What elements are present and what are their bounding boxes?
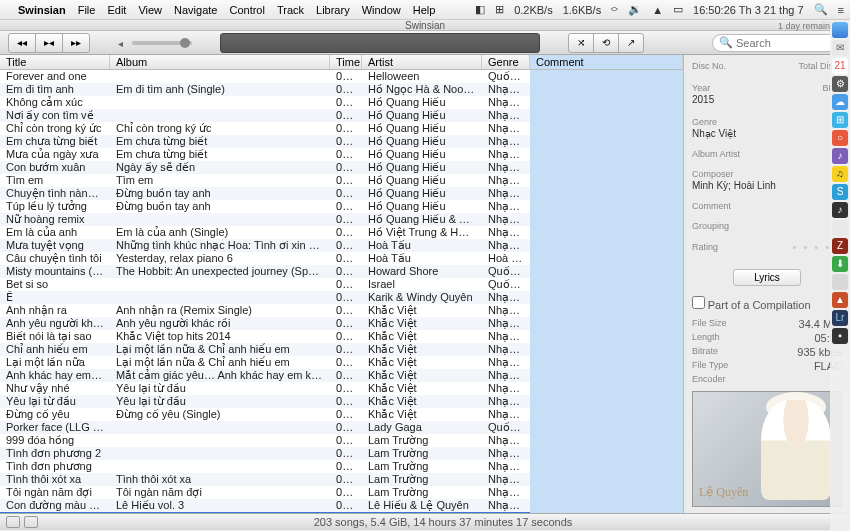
repeat-button[interactable]: ⟲ (594, 34, 619, 52)
play-button[interactable]: ▸◂ (36, 34, 63, 52)
cell-genre: Quốc tế (482, 421, 530, 434)
table-row[interactable]: Tình đơn phương 204:26Lam TrườngNhạc Việ… (0, 447, 683, 460)
search-field[interactable]: 🔍 (712, 34, 842, 52)
dock-app-icon[interactable]: ♫ (832, 166, 848, 182)
table-row[interactable]: Không cảm xúc03:49Hồ Quang HiếuNhạc Việt (0, 96, 683, 109)
table-row[interactable]: Con bướm xuânNgày ấy sẽ đến03:44Hồ Quang… (0, 161, 683, 174)
table-row[interactable]: Tình đơn phương04:13Lam TrườngNhạc Việt (0, 460, 683, 473)
col-album[interactable]: Album (110, 55, 330, 69)
dock-app-icon[interactable] (832, 220, 848, 236)
dock-app-icon[interactable]: ⬇ (832, 256, 848, 272)
compilation-checkbox[interactable]: Part of a Compilation (692, 296, 842, 311)
dock-skype-icon[interactable]: S (832, 184, 848, 200)
table-row[interactable]: Như vậy nhéYêu lại từ đầu04:09Khắc ViệtN… (0, 382, 683, 395)
menu-navigate[interactable]: Navigate (174, 4, 217, 16)
table-row[interactable]: Chỉ anh hiểu emLại một lần nữa & Chỉ anh… (0, 343, 683, 356)
cell-title: Con bướm xuân (0, 161, 110, 174)
table-row[interactable]: Bet si so01:52IsraelQuốc tế (0, 278, 683, 291)
table-row[interactable]: Con đường màu xanhLê Hiếu vol. 305:21Lê … (0, 499, 683, 512)
dock-app-icon[interactable]: ✉ (832, 40, 848, 56)
table-row[interactable]: Nữ hoàng remix03:23Hồ Quang Hiếu & Thúy … (0, 213, 683, 226)
dock-app-icon[interactable]: ☁ (832, 94, 848, 110)
col-genre[interactable]: Genre (482, 55, 530, 69)
cell-album: Những tình khúc nhạc Hoa: Tình ơi xin ng… (110, 239, 330, 252)
table-row[interactable]: Yêu lại từ đầuYêu lại từ đầu03:27Khắc Vi… (0, 395, 683, 408)
table-row[interactable]: Lại một lần nữaLại một lần nữa & Chỉ anh… (0, 356, 683, 369)
menu-track[interactable]: Track (277, 4, 304, 16)
cell-artist: Khắc Việt (362, 382, 482, 395)
next-button[interactable]: ▸▸ (63, 34, 89, 52)
dock-app-icon[interactable]: ○ (832, 130, 848, 146)
status-text: 203 songs, 5.4 GiB, 14 hours 37 minutes … (42, 516, 844, 528)
col-comment[interactable]: Comment (530, 55, 683, 69)
notification-icon[interactable]: ≡ (838, 4, 844, 16)
menu-help[interactable]: Help (413, 4, 436, 16)
clock[interactable]: 16:50:26 Th 3 21 thg 7 (693, 4, 804, 16)
table-row[interactable]: Anh khác hay em khácMắt cảm giác yêu… An… (0, 369, 683, 382)
app-menu[interactable]: Swinsian (18, 4, 66, 16)
lyrics-button[interactable]: Lyrics (733, 269, 801, 286)
dock-lightroom-icon[interactable]: Lr (832, 310, 848, 326)
playback-controls: ◂◂ ▸◂ ▸▸ (8, 33, 90, 53)
dock-app-icon[interactable]: ⚙ (832, 76, 848, 92)
table-row[interactable]: 999 đóa hồng05:52Lam TrườngNhạc Việt (0, 434, 683, 447)
menu-control[interactable]: Control (229, 4, 264, 16)
menu-edit[interactable]: Edit (107, 4, 126, 16)
cell-genre: Nhạc Việt (482, 460, 530, 473)
dock-app-icon[interactable]: Z (832, 238, 848, 254)
col-time[interactable]: Time (330, 55, 362, 69)
table-row[interactable]: Tìm emTìm em03:30Hồ Quang HiếuNhạc Việt (0, 174, 683, 187)
volume-slider[interactable] (132, 41, 192, 45)
menu-library[interactable]: Library (316, 4, 350, 16)
dock-terminal-icon[interactable]: ▪ (832, 328, 848, 344)
table-row[interactable]: Em là của anhEm là của anh (Single)04:42… (0, 226, 683, 239)
dock-swinsian-icon[interactable]: ♪ (832, 202, 848, 218)
menu-file[interactable]: File (78, 4, 96, 16)
dock: ✉ 21 ⚙ ☁ ⊞ ○ ♪ ♫ S ♪ Z ⬇ ▲ Lr ▪ (830, 20, 850, 531)
spotlight-icon[interactable]: 🔍 (814, 3, 828, 16)
dock-app-icon[interactable] (832, 274, 848, 290)
dock-app-icon[interactable]: ⊞ (832, 112, 848, 128)
menu-window[interactable]: Window (362, 4, 401, 16)
table-row[interactable]: Đừng cố yêuĐừng cố yêu (Single)04:29Khắc… (0, 408, 683, 421)
table-row[interactable]: Chỉ còn trong ký ứcChỉ còn trong ký ức03… (0, 122, 683, 135)
dock-calendar-icon[interactable]: 21 (832, 58, 848, 74)
dock-itunes-icon[interactable]: ♪ (832, 148, 848, 164)
table-row[interactable]: Ế04:13Karik & Windy QuyênNhạc Việt (0, 291, 683, 304)
bluetooth-icon[interactable]: ⌔ (611, 4, 618, 16)
menu-extra-icon[interactable]: ◧ (475, 3, 485, 16)
table-row[interactable]: Forever and one03:55HelloweenQuốc tế (0, 70, 683, 83)
table-row[interactable]: Anh yêu người khác rồiAnh yêu người khác… (0, 317, 683, 330)
table-row[interactable]: Mưa của ngày xưaEm chưa từng biết04:44Hồ… (0, 148, 683, 161)
table-row[interactable]: Porker face (LLG Vs GLG Ra…04:03Lady Gag… (0, 421, 683, 434)
table-row[interactable]: Nơi ấy con tìm về04:20Hồ Quang HiếuNhạc … (0, 109, 683, 122)
battery-icon[interactable]: ▭ (673, 3, 683, 16)
view-mode-icon[interactable] (6, 516, 20, 528)
shuffle-button[interactable]: ⤨ (569, 34, 594, 52)
table-row[interactable]: Biết nói là tại saoKhắc Việt top hits 20… (0, 330, 683, 343)
menu-extra-icon[interactable]: ⊞ (495, 3, 504, 16)
table-row[interactable]: Chuyện tình nàng trinh nữ…Đừng buồn tay … (0, 187, 683, 200)
cell-title: Anh yêu người khác rồi (0, 317, 110, 330)
table-row[interactable]: Chuyến tàu hoàng hônKhúc tình xưa 3 - Đê… (0, 512, 683, 513)
volume-icon[interactable]: 🔉 (628, 3, 642, 16)
table-row[interactable]: Câu chuyện tình tôiYesterday, relax pian… (0, 252, 683, 265)
table-row[interactable]: Em chưa từng biếtEm chưa từng biết03:43H… (0, 135, 683, 148)
view-mode-icon[interactable] (24, 516, 38, 528)
table-row[interactable]: Misty mountains (performe…The Hobbit: An… (0, 265, 683, 278)
table-row[interactable]: Mưa tuyệt vọngNhững tình khúc nhạc Hoa: … (0, 239, 683, 252)
eq-button[interactable]: ↗ (619, 34, 643, 52)
table-row[interactable]: Anh nhận raAnh nhận ra (Remix Single)04:… (0, 304, 683, 317)
table-row[interactable]: Tôi ngàn năm đợiTôi ngàn năm đợi04:58Lam… (0, 486, 683, 499)
menu-view[interactable]: View (138, 4, 162, 16)
dock-finder-icon[interactable] (832, 22, 848, 38)
table-row[interactable]: Tình thôi xót xaTình thôi xót xa05:54Lam… (0, 473, 683, 486)
table-row[interactable]: Túp lều lý tưởngĐừng buồn tay anh04:37Hồ… (0, 200, 683, 213)
wifi-icon[interactable]: ▲ (652, 4, 663, 16)
prev-button[interactable]: ◂◂ (9, 34, 36, 52)
col-title[interactable]: Title (0, 55, 110, 69)
dock-vlc-icon[interactable]: ▲ (832, 292, 848, 308)
search-input[interactable] (736, 37, 836, 49)
table-row[interactable]: Em đi tìm anhEm đi tìm anh (Single)04:33… (0, 83, 683, 96)
col-artist[interactable]: Artist (362, 55, 482, 69)
